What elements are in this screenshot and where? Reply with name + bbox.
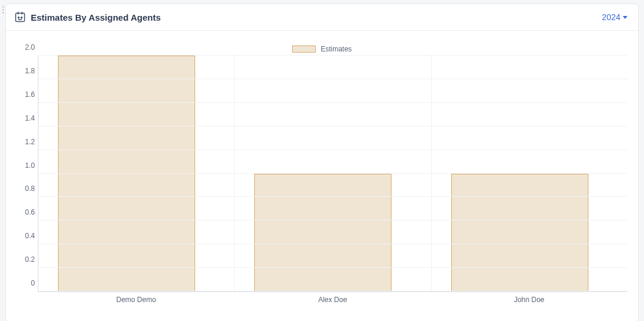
grid-line [38, 150, 627, 150]
svg-point-4 [21, 17, 22, 18]
y-tick-label: 0.8 [17, 184, 35, 193]
grid-line [38, 126, 627, 127]
x-tick-label: Demo Demo [38, 292, 234, 304]
y-tick-label: 1.4 [17, 114, 35, 122]
y-tick-label: 0.4 [17, 232, 35, 240]
card-header: Estimates By Assigned Agents 2024 [6, 4, 638, 31]
grid-line [38, 55, 627, 56]
estimates-card: Estimates By Assigned Agents 2024 Estima… [5, 4, 639, 321]
bar-slot [235, 56, 431, 291]
y-tick-label: 1.6 [17, 90, 35, 99]
chart-plot: 00.20.40.60.81.01.21.41.61.82.0 [38, 56, 627, 292]
y-tick-label: 1.0 [17, 161, 35, 170]
y-tick-label: 0 [17, 279, 35, 287]
chevron-down-icon [623, 16, 627, 19]
estimates-icon [14, 11, 26, 23]
x-tick-label: John Doe [431, 292, 627, 304]
grid-line [38, 267, 627, 268]
grid-line [38, 220, 627, 221]
legend-swatch [292, 46, 316, 53]
y-tick-label: 1.8 [17, 67, 35, 75]
grid-line [38, 102, 627, 103]
year-value: 2024 [602, 12, 620, 22]
card-title: Estimates By Assigned Agents [31, 12, 161, 22]
bar-slot [38, 56, 235, 291]
bar[interactable] [254, 174, 391, 292]
grid-line [38, 173, 627, 174]
x-axis-labels: Demo DemoAlex DoeJohn Doe [38, 292, 627, 304]
grid-line [38, 291, 627, 291]
y-tick-label: 2.0 [17, 43, 35, 51]
chart-bars [38, 56, 627, 291]
grid-line [38, 244, 627, 244]
header-left: Estimates By Assigned Agents [14, 11, 161, 23]
y-tick-label: 0.6 [17, 208, 35, 216]
chart-area: Estimates 00.20.40.60.81.01.21.41.61.82.… [6, 31, 638, 321]
bar-slot [432, 56, 627, 291]
year-dropdown[interactable]: 2024 [602, 12, 627, 22]
svg-rect-0 [16, 13, 25, 21]
x-tick-label: Alex Doe [234, 292, 431, 304]
bar[interactable] [451, 174, 588, 292]
svg-point-3 [18, 17, 20, 18]
grid-line [38, 196, 627, 197]
chart-legend: Estimates [17, 45, 627, 53]
y-tick-label: 0.2 [17, 255, 35, 264]
legend-label: Estimates [321, 45, 352, 53]
bar[interactable] [58, 56, 195, 291]
y-tick-label: 1.2 [17, 138, 35, 146]
grid-line [38, 79, 627, 79]
